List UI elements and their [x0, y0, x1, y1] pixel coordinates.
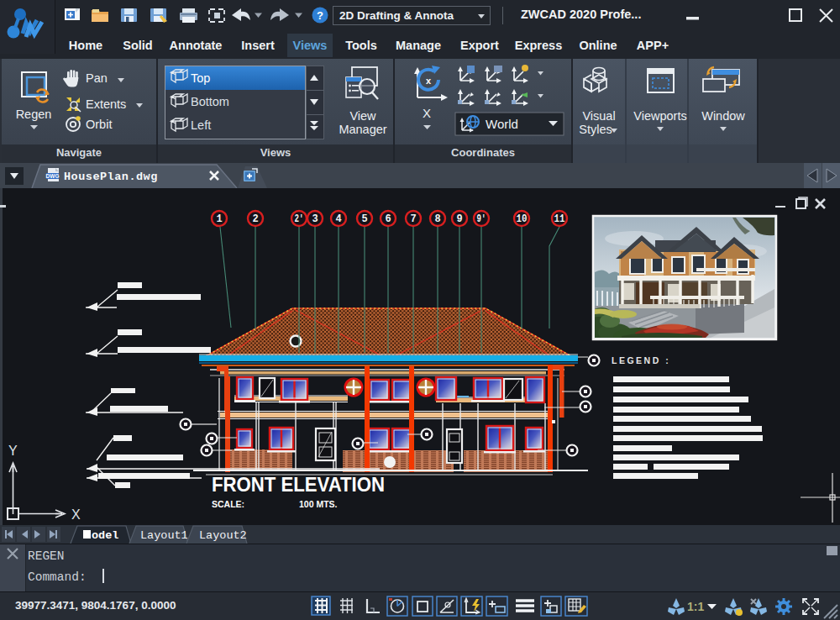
svg-text:LEGEND :: LEGEND : — [612, 355, 670, 365]
svg-text:Manager: Manager — [339, 123, 386, 136]
svg-text:FRONT ELEVATION: FRONT ELEVATION — [212, 474, 385, 496]
svg-text:View: View — [349, 109, 376, 123]
svg-text:Extents: Extents — [86, 97, 126, 111]
svg-text:7: 7 — [410, 213, 416, 225]
svg-text:1:1: 1:1 — [687, 600, 704, 613]
svg-text:11: 11 — [554, 213, 565, 225]
svg-text:Styles: Styles — [579, 123, 612, 136]
svg-text:DWG: DWG — [46, 173, 60, 179]
svg-text:Regen: Regen — [16, 108, 52, 121]
svg-text:Visual: Visual — [582, 109, 615, 123]
svg-text:9: 9 — [456, 213, 462, 225]
svg-text:X: X — [71, 507, 81, 522]
svg-text:8: 8 — [434, 213, 440, 225]
svg-text:3: 3 — [312, 213, 318, 225]
svg-text:SCALE:: SCALE: — [212, 499, 244, 509]
svg-text:2: 2 — [252, 213, 258, 225]
svg-text:HousePlan.dwg: HousePlan.dwg — [64, 171, 158, 183]
svg-text:6: 6 — [385, 213, 391, 225]
svg-text:5: 5 — [361, 213, 367, 225]
svg-text:Y: Y — [8, 444, 18, 458]
svg-text:Layout2: Layout2 — [199, 529, 247, 542]
svg-text:9': 9' — [477, 213, 486, 225]
svg-text:X: X — [423, 106, 431, 120]
svg-text:Pan: Pan — [86, 71, 108, 85]
svg-text:x: x — [426, 76, 432, 86]
svg-text:World: World — [486, 117, 518, 131]
svg-text:2': 2' — [295, 213, 304, 225]
svg-text:10: 10 — [517, 213, 528, 225]
svg-text:100 MTS.: 100 MTS. — [299, 499, 338, 509]
svg-text:Orbit: Orbit — [86, 118, 112, 131]
svg-text:1: 1 — [216, 213, 222, 225]
svg-text:Window: Window — [701, 109, 745, 123]
svg-text:odel: odel — [92, 529, 118, 542]
svg-text:Layout1: Layout1 — [140, 529, 188, 542]
svg-text:?: ? — [317, 9, 323, 22]
svg-text:Viewports: Viewports — [633, 109, 686, 123]
svg-text:4: 4 — [335, 213, 341, 225]
